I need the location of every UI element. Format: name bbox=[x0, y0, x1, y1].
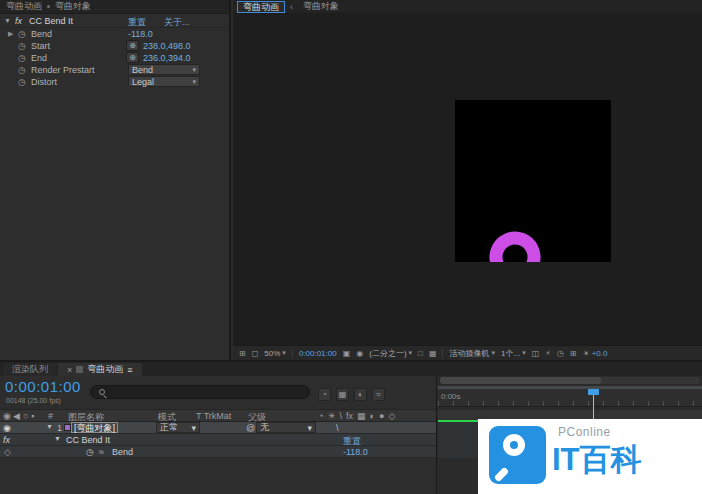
twirl-down-icon[interactable]: ▼ bbox=[46, 423, 53, 430]
twirl-down-icon[interactable]: ▼ bbox=[54, 435, 61, 442]
stopwatch-icon[interactable]: ◷ bbox=[18, 65, 26, 75]
stopwatch-icon[interactable]: ◷ bbox=[18, 41, 26, 51]
channels-icon[interactable]: ◉ bbox=[356, 349, 363, 358]
column-trkmat[interactable]: T TrkMat bbox=[196, 411, 231, 421]
mode-value: 正常 bbox=[160, 421, 178, 434]
bent-ring-shape bbox=[455, 100, 611, 262]
composition-view[interactable] bbox=[233, 14, 702, 345]
frame-info: 00148 (25.00 fps) bbox=[6, 397, 61, 404]
composition-canvas[interactable] bbox=[455, 100, 611, 262]
adjustment-layer-icon: ● bbox=[379, 411, 384, 421]
region-of-interest-icon[interactable]: □ bbox=[418, 349, 423, 358]
chevron-down-icon: ▾ bbox=[409, 349, 413, 357]
property-row-bend: ▶ ◷ Bend -118.0 bbox=[0, 28, 229, 40]
tab-timeline-comp[interactable]: × 弯曲动画 ≡ bbox=[58, 363, 142, 376]
effect-name[interactable]: CC Bend It bbox=[66, 435, 110, 445]
panel-tab-comp-name[interactable]: 弯曲动画 bbox=[6, 0, 42, 13]
snapshot-icon[interactable]: ▣ bbox=[343, 349, 351, 358]
collapse-icon: ☀ bbox=[327, 411, 335, 421]
view-layout-select[interactable]: 1个... ▾ bbox=[501, 348, 526, 359]
pickwhip-icon[interactable]: @ bbox=[246, 423, 255, 433]
distort-dropdown[interactable]: Legal ▾ bbox=[128, 76, 200, 87]
viewer-timecode[interactable]: 0:00:01:00 bbox=[299, 349, 337, 358]
time-ruler[interactable]: 0:00s bbox=[438, 389, 702, 407]
effect-row[interactable]: fx ▼ CC Bend It 重置 bbox=[0, 434, 436, 446]
graph-toggle-icon[interactable]: ≈ bbox=[99, 447, 104, 457]
tab-overflow-chevron-icon[interactable]: ‹ bbox=[290, 2, 293, 12]
fx-icon: fx bbox=[346, 411, 353, 421]
layer-search-input[interactable] bbox=[90, 385, 310, 399]
resolution-select[interactable]: (二分之一) ▾ bbox=[369, 348, 412, 359]
property-row-render-prestart: ◷ Render Prestart Bend ▾ bbox=[0, 64, 229, 76]
bend-value[interactable]: -118.0 bbox=[343, 447, 368, 457]
magnification-select[interactable]: 50% ▾ bbox=[264, 349, 286, 358]
flowchart-icon[interactable]: ⊞ bbox=[570, 349, 577, 358]
graph-editor-icon[interactable]: ≈ bbox=[372, 388, 385, 401]
chevron-down-icon: ▾ bbox=[522, 349, 526, 357]
exposure-control[interactable]: ☀ +0.0 bbox=[583, 349, 608, 358]
quality-toggle-icon[interactable]: \ bbox=[336, 423, 339, 433]
fast-previews-icon[interactable]: ⚡ bbox=[545, 349, 551, 358]
tab-render-queue[interactable]: 渲染队列 bbox=[3, 363, 57, 376]
current-timecode[interactable]: 0:00:01:00 bbox=[5, 378, 81, 395]
tab-comp-active[interactable]: 弯曲动画 bbox=[237, 1, 285, 13]
effect-header-row: ▼ fx CC Bend It 重置 关于... bbox=[0, 14, 229, 28]
point-picker-button[interactable]: ⊕ bbox=[126, 40, 139, 51]
point-picker-button[interactable]: ⊕ bbox=[126, 52, 139, 63]
search-icon bbox=[99, 389, 105, 395]
stopwatch-icon[interactable]: ◷ bbox=[86, 447, 94, 457]
pconline-logo bbox=[489, 426, 546, 484]
current-time-indicator-head[interactable] bbox=[588, 389, 599, 395]
close-icon[interactable]: × bbox=[67, 365, 72, 375]
property-label: Bend bbox=[31, 29, 52, 39]
render-prestart-dropdown[interactable]: Bend ▾ bbox=[128, 64, 200, 75]
end-point-value[interactable]: 236.0,394.0 bbox=[143, 53, 191, 63]
keyframe-diamond-icon[interactable]: ◇ bbox=[4, 447, 11, 457]
stopwatch-icon[interactable]: ◷ bbox=[18, 29, 26, 39]
blend-mode-dropdown[interactable]: 正常 ▾ bbox=[156, 422, 200, 433]
motion-blur-icon: ◐ bbox=[370, 411, 375, 421]
shy-master-icon[interactable]: ◔ bbox=[318, 388, 331, 401]
navigator-handle[interactable] bbox=[440, 377, 601, 384]
timeline-master-switches: ◔ ▦ ◐ ≈ bbox=[318, 388, 385, 401]
dropdown-value: Bend bbox=[132, 65, 153, 75]
transparency-grid-icon[interactable]: ▦ bbox=[429, 349, 437, 358]
fx-badge-icon[interactable]: fx bbox=[3, 435, 10, 445]
bend-property-row[interactable]: ◇ ◷ ≈ Bend -118.0 bbox=[0, 446, 436, 458]
frame-blend-master-icon[interactable]: ▦ bbox=[336, 388, 349, 401]
tab-comp-inactive[interactable]: 弯曲对象 bbox=[298, 1, 344, 13]
panel-tab-layer-name[interactable]: 弯曲对象 bbox=[55, 0, 91, 13]
motion-blur-master-icon[interactable]: ◐ bbox=[354, 388, 367, 401]
stopwatch-icon[interactable]: ◷ bbox=[18, 53, 26, 63]
three-d-icon: ◇ bbox=[388, 411, 395, 421]
pixel-aspect-icon[interactable]: ◫ bbox=[532, 349, 540, 358]
mask-visibility-icon[interactable]: ◻ bbox=[252, 349, 259, 358]
parent-dropdown[interactable]: 无 ▾ bbox=[256, 422, 316, 433]
twirl-right-icon[interactable]: ▶ bbox=[8, 30, 13, 38]
property-label: Render Prestart bbox=[31, 65, 95, 75]
twirl-down-icon[interactable]: ▼ bbox=[4, 17, 11, 24]
column-number: # bbox=[48, 411, 53, 421]
eye-toggle-icon[interactable]: ◉ bbox=[3, 423, 11, 433]
layer-name[interactable]: [弯曲对象] bbox=[71, 422, 118, 433]
bend-value[interactable]: -118.0 bbox=[128, 29, 153, 39]
effect-name[interactable]: CC Bend It bbox=[29, 16, 73, 26]
composition-tabbar: 弯曲动画 ‹ 弯曲对象 bbox=[233, 0, 702, 14]
property-row-end: ◷ End ⊕ 236.0,394.0 bbox=[0, 52, 229, 64]
mini-timeline-icon[interactable]: ◷ bbox=[557, 349, 564, 358]
timeline-navigator[interactable] bbox=[440, 377, 700, 384]
camera-select[interactable]: 活动摄像机 ▾ bbox=[449, 348, 495, 359]
start-point-value[interactable]: 238.0,498.0 bbox=[143, 41, 191, 51]
panel-menu-icon[interactable]: ≡ bbox=[127, 365, 132, 375]
grid-guides-icon[interactable]: ⊞ bbox=[239, 349, 246, 358]
layer-row[interactable]: ◉ ▼ 1 [弯曲对象] 正常 ▾ @ 无 ▾ \ bbox=[0, 422, 436, 434]
view-layout-value: 1个... bbox=[501, 348, 520, 359]
fx-badge-icon[interactable]: fx bbox=[15, 16, 22, 26]
property-row-distort: ◷ Distort Legal ▾ bbox=[0, 76, 229, 88]
resolution-value: (二分之一) bbox=[369, 348, 406, 359]
stopwatch-icon[interactable]: ◷ bbox=[18, 77, 26, 87]
ruler-label: 0:00s bbox=[441, 392, 461, 401]
effect-controls-tabbar: 弯曲动画 弯曲对象 bbox=[0, 0, 229, 14]
label-color-chip[interactable] bbox=[64, 424, 71, 431]
chevron-down-icon: ▾ bbox=[491, 349, 495, 357]
